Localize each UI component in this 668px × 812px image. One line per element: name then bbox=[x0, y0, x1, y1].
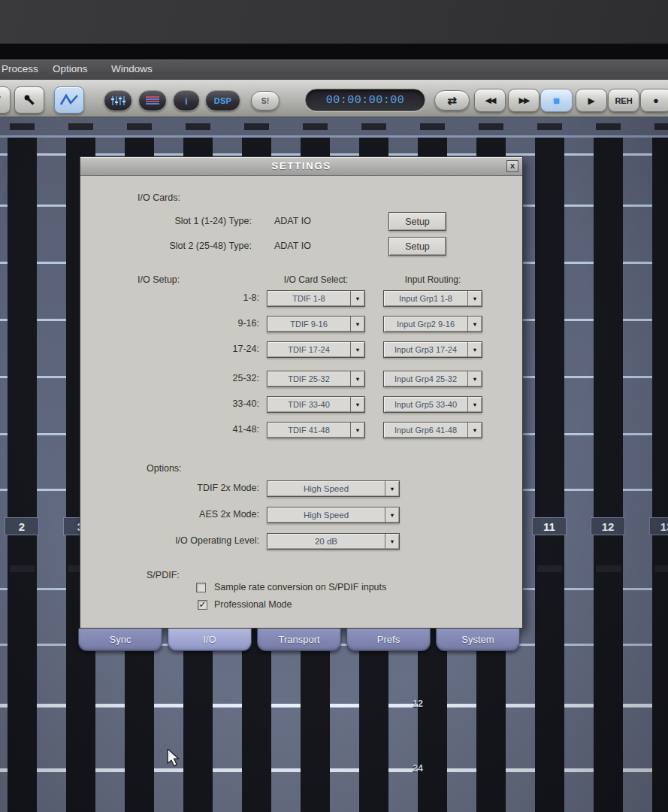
card-select-dropdown-4[interactable]: TDIF 25-32 ▼ bbox=[267, 371, 365, 387]
aes-2x-mode-label: AES 2x Mode: bbox=[110, 509, 259, 520]
io-cards-section-label: I/O Cards: bbox=[138, 192, 180, 203]
record-button[interactable]: ● bbox=[640, 89, 668, 112]
input-routing-dropdown-6[interactable]: Input Grp6 41-48 ▼ bbox=[383, 422, 482, 438]
chevron-down-icon: ▼ bbox=[350, 423, 364, 438]
snapshot-label: S! bbox=[261, 96, 270, 105]
edit-tool-button[interactable] bbox=[0, 86, 11, 114]
channel-number-badge[interactable]: 13 bbox=[649, 517, 668, 535]
screen: Process Options Windows bbox=[0, 0, 668, 812]
play-icon: ▶ bbox=[588, 95, 594, 106]
menu-item-windows[interactable]: Windows bbox=[111, 63, 153, 74]
chevron-down-icon: ▼ bbox=[467, 423, 482, 438]
input-routing-header: Input Routing: bbox=[383, 274, 482, 285]
sample-rate-conversion-label: Sample rate conversion on S/PDIF inputs bbox=[214, 582, 386, 592]
chevron-down-icon: ▼ bbox=[467, 342, 482, 357]
card-select-dropdown-5[interactable]: TDIF 33-40 ▼ bbox=[267, 396, 365, 413]
arrange-view-button[interactable] bbox=[138, 90, 167, 111]
dialog-titlebar[interactable]: SETTINGS X bbox=[80, 157, 522, 176]
rewind-button[interactable]: ◀◀ bbox=[474, 89, 506, 112]
dsp-button[interactable]: DSP bbox=[205, 90, 240, 111]
range-label: 1-8: bbox=[171, 292, 259, 303]
tdif-2x-mode-label: TDIF 2x Mode: bbox=[110, 483, 259, 493]
mixer-view-button[interactable] bbox=[104, 90, 132, 111]
chevron-down-icon: ▼ bbox=[467, 371, 482, 386]
close-button[interactable]: X bbox=[506, 160, 518, 172]
range-label: 33-40: bbox=[171, 398, 259, 409]
chevron-down-icon: ▼ bbox=[467, 291, 482, 306]
scale-mark-label: 12 bbox=[403, 698, 433, 709]
input-routing-dropdown-5[interactable]: Input Grp5 33-40 ▼ bbox=[383, 396, 482, 413]
dropdown-value: TDIF 1-8 bbox=[268, 291, 350, 306]
input-routing-dropdown-4[interactable]: Input Grp4 25-32 ▼ bbox=[383, 371, 482, 387]
professional-mode-label: Professional Mode bbox=[214, 599, 292, 610]
rehearse-label: REH bbox=[615, 96, 632, 105]
info-button[interactable]: i bbox=[173, 90, 200, 111]
info-icon: i bbox=[185, 95, 188, 107]
dropdown-value: 20 dB bbox=[268, 534, 385, 549]
dialog-title: SETTINGS bbox=[80, 160, 522, 171]
card-select-dropdown-6[interactable]: TDIF 41-48 ▼ bbox=[267, 422, 365, 438]
channel-number-badge[interactable]: 2 bbox=[5, 517, 39, 535]
fader-slot-caps bbox=[0, 123, 668, 130]
card-select-dropdown-1[interactable]: TDIF 1-8 ▼ bbox=[267, 290, 365, 307]
sample-rate-conversion-checkbox[interactable] bbox=[196, 583, 206, 592]
chevron-down-icon: ▼ bbox=[385, 481, 399, 496]
dropdown-value: High Speed bbox=[268, 508, 385, 523]
card-select-header: I/O Card Select: bbox=[267, 274, 365, 285]
tdif-2x-mode-dropdown[interactable]: High Speed ▼ bbox=[267, 480, 400, 497]
loop-button[interactable]: ⇄ bbox=[434, 90, 470, 111]
io-operating-level-label: I/O Operating Level: bbox=[110, 535, 259, 546]
edit-tool-icon bbox=[0, 94, 2, 106]
rewind-icon: ◀◀ bbox=[485, 95, 495, 105]
tab-sync[interactable]: Sync bbox=[78, 629, 162, 651]
card-select-dropdown-3[interactable]: TDIF 17-24 ▼ bbox=[267, 341, 365, 358]
input-routing-dropdown-2[interactable]: Input Grp2 9-16 ▼ bbox=[383, 316, 482, 332]
waveform-icon bbox=[59, 93, 79, 107]
loop-icon: ⇄ bbox=[447, 94, 457, 108]
channel-number-badge[interactable]: 12 bbox=[591, 517, 625, 535]
io-operating-level-dropdown[interactable]: 20 dB ▼ bbox=[267, 533, 400, 550]
dropdown-value: TDIF 25-32 bbox=[268, 371, 350, 386]
tab-transport[interactable]: Transport bbox=[257, 629, 341, 651]
slot1-value: ADAT IO bbox=[274, 216, 311, 226]
tab-system[interactable]: System bbox=[436, 629, 520, 651]
stop-button[interactable]: ■ bbox=[540, 89, 573, 112]
snapshot-button[interactable]: S! bbox=[251, 91, 280, 111]
dropdown-value: Input Grp5 33-40 bbox=[384, 397, 467, 412]
range-label: 9-16: bbox=[171, 318, 259, 329]
menu-item-process[interactable]: Process bbox=[2, 63, 38, 74]
slot2-setup-button[interactable]: Setup bbox=[388, 237, 446, 256]
input-routing-dropdown-3[interactable]: Input Grp3 17-24 ▼ bbox=[383, 341, 482, 358]
tick-row bbox=[0, 153, 668, 156]
rehearse-button[interactable]: REH bbox=[608, 89, 639, 112]
fast-forward-icon: ▶▶ bbox=[519, 95, 529, 105]
record-icon: ● bbox=[653, 95, 659, 106]
dropdown-value: TDIF 9-16 bbox=[268, 317, 350, 332]
fast-forward-button[interactable]: ▶▶ bbox=[508, 89, 540, 112]
aes-2x-mode-dropdown[interactable]: High Speed ▼ bbox=[267, 507, 400, 523]
professional-mode-checkbox[interactable]: ✓ bbox=[198, 600, 207, 610]
dropdown-value: Input Grp1 1-8 bbox=[384, 291, 467, 306]
timecode-display: 00:00:00:00 bbox=[305, 89, 425, 111]
slot2-label: Slot 2 (25-48) Type: bbox=[95, 241, 252, 251]
range-label: 25-32: bbox=[171, 373, 259, 383]
scale-mark-label: 24 bbox=[403, 763, 433, 774]
settings-dialog: SETTINGS X I/O Cards: Slot 1 (1-24) Type… bbox=[80, 156, 523, 629]
slot1-label: Slot 1 (1-24) Type: bbox=[95, 216, 252, 226]
chevron-down-icon: ▼ bbox=[350, 291, 364, 306]
tool-button[interactable] bbox=[14, 86, 44, 114]
card-select-dropdown-2[interactable]: TDIF 9-16 ▼ bbox=[267, 316, 365, 332]
channel-number-badge[interactable]: 11 bbox=[532, 517, 567, 535]
dropdown-value: TDIF 17-24 bbox=[268, 342, 350, 357]
fader-position-row bbox=[0, 704, 668, 707]
menu-item-options[interactable]: Options bbox=[53, 63, 88, 74]
tab-prefs[interactable]: Prefs bbox=[346, 629, 431, 651]
waveform-view-button[interactable] bbox=[54, 86, 84, 114]
slot1-setup-button[interactable]: Setup bbox=[388, 212, 446, 231]
input-routing-dropdown-1[interactable]: Input Grp1 1-8 ▼ bbox=[383, 290, 482, 307]
play-button[interactable]: ▶ bbox=[576, 89, 607, 112]
tab-io[interactable]: I/O bbox=[168, 629, 252, 651]
range-label: 41-48: bbox=[171, 424, 259, 435]
spdif-section-label: S/PDIF: bbox=[147, 570, 180, 580]
dropdown-value: Input Grp6 41-48 bbox=[384, 423, 467, 438]
